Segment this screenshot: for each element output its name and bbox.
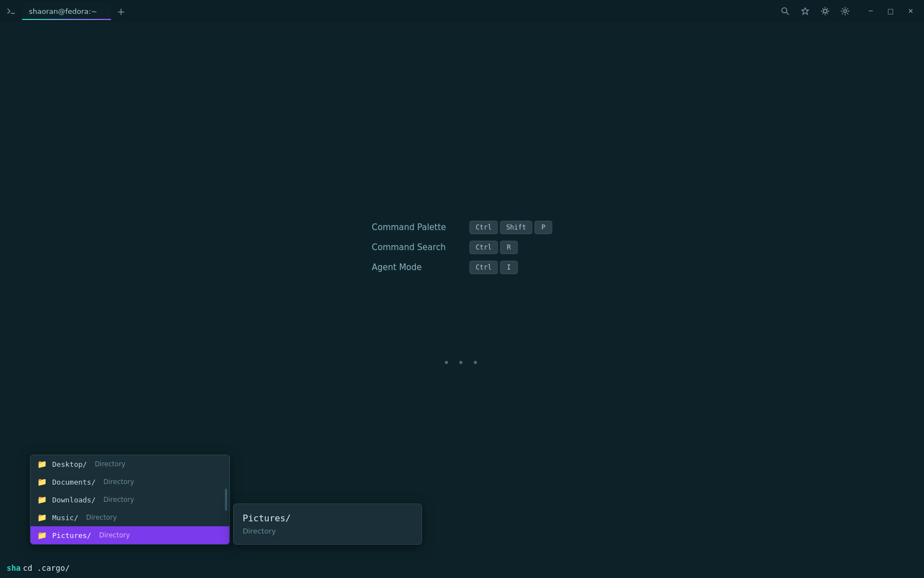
- kbd-shift: Shift: [500, 221, 532, 234]
- settings-icon[interactable]: [837, 3, 853, 19]
- restore-button[interactable]: □: [882, 4, 900, 18]
- window-controls: ─ □ ✕: [862, 4, 920, 18]
- folder-icon-music: 📁: [37, 513, 47, 522]
- command-palette-keys: Ctrl Shift P: [469, 221, 552, 234]
- folder-icon-desktop: 📁: [37, 460, 47, 469]
- terminal-icon: [4, 4, 18, 18]
- command-palette-label: Command Palette: [371, 222, 460, 232]
- command-search-item: Command Search Ctrl R: [371, 241, 552, 254]
- item-label-documents: Documents/: [52, 478, 96, 486]
- pin-icon[interactable]: [797, 3, 813, 19]
- kbd-i: I: [500, 261, 518, 274]
- light-icon[interactable]: [817, 3, 833, 19]
- command-search-keys: Ctrl R: [469, 241, 518, 254]
- item-type-pictures: Directory: [99, 531, 129, 539]
- prompt-user: sha: [7, 564, 21, 572]
- preview-type: Directory: [243, 527, 413, 535]
- item-type-desktop: Directory: [95, 460, 125, 468]
- svg-rect-0: [7, 7, 16, 15]
- command-search-label: Command Search: [371, 242, 460, 252]
- autocomplete-item-music[interactable]: 📁 Music/ Directory: [31, 509, 229, 526]
- three-dots: • • •: [443, 356, 481, 369]
- svg-point-2: [823, 9, 827, 13]
- item-label-downloads: Downloads/: [52, 496, 96, 504]
- preview-title: Pictures/: [243, 513, 413, 524]
- folder-icon-downloads: 📁: [37, 495, 47, 504]
- svg-point-3: [844, 10, 847, 13]
- item-label-desktop: Desktop/: [52, 460, 87, 469]
- active-tab[interactable]: shaoran@fedora:~: [22, 2, 111, 20]
- titlebar-actions: ─ □ ✕: [777, 3, 920, 19]
- agent-mode-label: Agent Mode: [371, 262, 460, 272]
- kbd-ctrl-i: Ctrl: [469, 261, 498, 274]
- scrollbar[interactable]: [225, 455, 227, 544]
- autocomplete-item-pictures[interactable]: 📁 Pictures/ Directory: [31, 526, 229, 544]
- scroll-thumb: [225, 489, 227, 511]
- kbd-p: P: [535, 221, 553, 234]
- search-icon[interactable]: [777, 3, 793, 19]
- preview-tooltip: Pictures/ Directory: [233, 504, 422, 545]
- command-menu: Command Palette Ctrl Shift P Command Sea…: [371, 221, 552, 274]
- item-label-music: Music/: [52, 514, 78, 522]
- kbd-ctrl: Ctrl: [469, 221, 498, 234]
- close-button[interactable]: ✕: [902, 4, 920, 18]
- item-type-documents: Directory: [103, 478, 134, 486]
- new-tab-button[interactable]: +: [113, 3, 129, 19]
- agent-mode-keys: Ctrl I: [469, 261, 518, 274]
- minimize-button[interactable]: ─: [862, 4, 880, 18]
- item-type-music: Directory: [86, 514, 117, 521]
- item-label-pictures: Pictures/: [52, 531, 91, 540]
- folder-icon-pictures: 📁: [37, 531, 47, 540]
- autocomplete-item-documents[interactable]: 📁 Documents/ Directory: [31, 473, 229, 491]
- command-palette-item: Command Palette Ctrl Shift P: [371, 221, 552, 234]
- autocomplete-dropdown: 📁 Desktop/ Directory 📁 Documents/ Direct…: [30, 455, 230, 545]
- terminal-line: sha cd .cargo/: [7, 564, 917, 572]
- autocomplete-item-downloads[interactable]: 📁 Downloads/ Directory: [31, 491, 229, 509]
- agent-mode-item: Agent Mode Ctrl I: [371, 261, 552, 274]
- prompt-command: cd .cargo/: [23, 564, 69, 572]
- kbd-ctrl-r: Ctrl: [469, 241, 498, 254]
- item-type-downloads: Directory: [103, 496, 134, 504]
- titlebar: shaoran@fedora:~ +: [0, 0, 924, 22]
- folder-icon-documents: 📁: [37, 477, 47, 486]
- center-area: Command Palette Ctrl Shift P Command Sea…: [0, 44, 924, 456]
- autocomplete-item-desktop[interactable]: 📁 Desktop/ Directory: [31, 455, 229, 473]
- terminal-bottom: sha cd .cargo/: [0, 558, 924, 578]
- terminal-area: Command Palette Ctrl Shift P Command Sea…: [0, 22, 924, 578]
- tab-label: shaoran@fedora:~: [29, 7, 97, 16]
- kbd-r: R: [500, 241, 518, 254]
